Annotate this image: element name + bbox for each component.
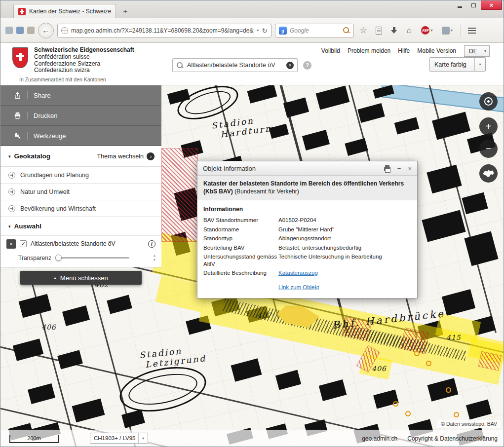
info-value: Technische Untersuchung in Bearbeitung — [278, 253, 382, 267]
site-marker[interactable] — [446, 387, 451, 393]
link-mobile-version[interactable]: Mobile Version — [417, 47, 456, 54]
zoom-out-button[interactable]: − — [479, 140, 498, 158]
catalog-item-bevoelkerung[interactable]: Bevölkerung und Wirtschaft — [0, 200, 161, 217]
close-menu-button[interactable]: ▴ Menü schliessen — [20, 271, 142, 285]
info-row: BAV StandortnummerA01502-P0204 — [203, 217, 411, 224]
link-report-problem[interactable]: Problem melden — [348, 47, 390, 54]
share-button[interactable]: Share — [0, 85, 161, 106]
navigation-toolbar: ← ▾ ↻ g ☆ ⌂ ABP▾ ▾ — [0, 18, 504, 43]
overview-switzerland-button[interactable] — [479, 164, 498, 183]
search-go-icon[interactable] — [343, 27, 350, 34]
info-row: StandorttypAblagerungsstandort — [203, 235, 411, 242]
layer-row: × ✓ Altlasten/belastete Standorte öV i — [0, 235, 161, 252]
catalog-item-grundlagen[interactable]: Grundlagen und Planung — [0, 166, 161, 183]
info-label: Beurteilung BAV — [203, 244, 278, 252]
transparency-slider[interactable] — [56, 257, 129, 259]
url-bar[interactable]: ▾ ↻ — [57, 24, 271, 37]
web-search-input[interactable] — [290, 27, 340, 34]
arrow-right-icon: › — [147, 152, 155, 160]
popup-minimize-button[interactable]: − — [397, 165, 401, 172]
layer-info-button[interactable]: i — [148, 240, 155, 248]
site-marker[interactable] — [414, 351, 420, 356]
chevron-up-icon: ▴ — [54, 275, 56, 280]
map-label-letzigrund: Stadion Letzigrund — [139, 343, 207, 370]
geoadmin-link[interactable]: geo.admin.ch — [362, 435, 397, 442]
page-header: Schweizerische Eidgenossenschaft Confédé… — [0, 43, 504, 85]
maximize-icon — [471, 3, 476, 7]
minimize-icon — [458, 6, 462, 8]
map-style-select[interactable]: Karte farbig ▾ — [429, 57, 486, 72]
toolbar-shortcut-icon[interactable] — [5, 27, 13, 34]
move-up-icon[interactable]: ▴ — [154, 254, 155, 258]
downloads-button[interactable] — [388, 25, 400, 37]
map-building — [427, 378, 459, 401]
copyright-link[interactable]: Copyright & Datenschutzerklärung — [407, 435, 498, 442]
popup-close-button[interactable]: × — [408, 165, 412, 172]
expand-plus-icon — [8, 172, 15, 179]
move-down-icon[interactable]: ▾ — [154, 258, 155, 262]
site-marker[interactable] — [405, 411, 411, 416]
layer-reorder-buttons[interactable]: ▴ ▾ — [154, 254, 155, 262]
close-window-button[interactable]: × — [481, 0, 502, 10]
bookmarks-icon — [376, 27, 382, 35]
adblock-icon: ABP — [421, 26, 429, 35]
change-topic-link[interactable]: Thema wechseln › — [97, 152, 155, 160]
maximize-button[interactable] — [467, 0, 480, 10]
home-button[interactable]: ⌂ — [403, 25, 415, 37]
clear-search-button[interactable]: × — [286, 62, 294, 69]
language-value: DE — [469, 48, 477, 55]
info-row: Beurteilung BAVBelastet, untersuchungsbe… — [203, 244, 411, 252]
language-select[interactable]: DE ▾ — [464, 45, 490, 57]
site-marker[interactable] — [393, 401, 398, 407]
katasterauszug-link[interactable]: Katasterauszug — [278, 269, 318, 277]
map-search-input[interactable] — [187, 62, 283, 69]
url-dropdown-icon[interactable]: ▾ — [257, 28, 259, 33]
minimize-button[interactable] — [453, 0, 466, 10]
browser-tab[interactable]: Karten der Schweiz - Schweize... — [13, 4, 116, 18]
selection-header[interactable]: ▾ Auswahl — [0, 217, 161, 235]
catalog-item-natur[interactable]: Natur und Umwelt — [0, 183, 161, 200]
map-elevation-number: 407 — [257, 311, 272, 319]
map-search-field[interactable]: × — [172, 58, 298, 72]
toolbar-shortcut-icon[interactable] — [16, 27, 24, 34]
search-help-button[interactable]: ? — [303, 61, 311, 70]
url-input[interactable] — [71, 27, 254, 34]
toolbar-shortcut-icon[interactable] — [27, 27, 35, 34]
site-marker[interactable] — [426, 361, 431, 366]
bookmark-star-button[interactable]: ☆ — [357, 25, 369, 37]
projection-select[interactable]: CH1903+ / LV95 ▾ — [90, 433, 148, 444]
layer-checkbox[interactable]: ✓ — [20, 240, 27, 247]
object-link[interactable]: Link zum Objekt — [278, 284, 319, 290]
web-search-bar[interactable]: g — [275, 24, 354, 37]
print-button[interactable]: Drucken — [0, 106, 161, 126]
popup-print-button[interactable] — [384, 167, 390, 171]
geolocate-button[interactable] — [479, 92, 498, 111]
site-marker[interactable] — [454, 412, 459, 417]
back-button[interactable]: ← — [38, 23, 54, 38]
zoom-in-button[interactable]: + — [479, 117, 498, 136]
adblock-button[interactable]: ABP▾ — [419, 25, 435, 37]
slider-knob[interactable] — [55, 255, 62, 261]
bookmarks-menu-button[interactable] — [373, 25, 385, 37]
tools-button[interactable]: Werkzeuge — [0, 126, 161, 146]
map-building — [302, 130, 330, 150]
close-menu-label: Menü schliessen — [60, 274, 108, 282]
map-style-value: Karte farbig — [434, 61, 466, 68]
geocatalog-header[interactable]: ▾ Geokatalog Thema wechseln › — [0, 146, 161, 166]
menu-button[interactable] — [466, 25, 478, 37]
reload-icon[interactable]: ↻ — [262, 27, 268, 35]
search-icon — [176, 62, 184, 69]
link-fullscreen[interactable]: Vollbild — [321, 47, 340, 54]
contaminated-site-hatch[interactable] — [162, 149, 197, 241]
chevron-down-icon: ▾ — [474, 58, 485, 71]
map-building — [28, 383, 55, 404]
info-value: Belastet, untersuchungsbedürftig — [278, 244, 361, 252]
remove-layer-button[interactable]: × — [6, 239, 16, 249]
popup-header[interactable]: Objekt-Information − × — [197, 161, 417, 176]
info-row: StandortnameGrube "Mittlerer Hard" — [203, 226, 411, 233]
map-building — [72, 399, 105, 422]
new-tab-button[interactable]: + — [119, 6, 132, 17]
addon-button[interactable]: ▾ — [439, 25, 456, 37]
link-help[interactable]: Hilfe — [398, 47, 410, 54]
map-building — [462, 192, 488, 215]
